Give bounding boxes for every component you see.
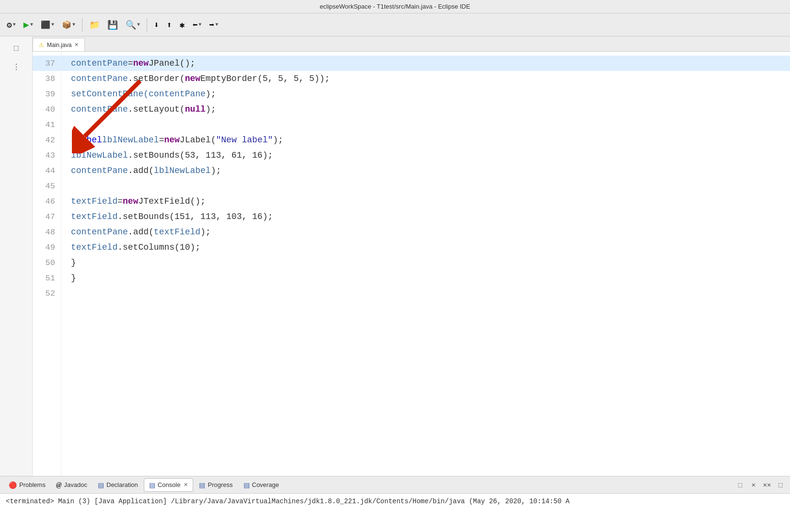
declaration-label: Declaration	[106, 481, 138, 488]
code-line-45	[61, 178, 790, 194]
package-dropdown-arrow: ▼	[72, 22, 75, 27]
problems-icon: 🔴	[9, 481, 17, 489]
progress-icon: ▤	[199, 481, 205, 489]
tab-bar: ⚠ Main.java ✕	[33, 36, 790, 52]
console-tab[interactable]: ▤ Console ✕	[144, 478, 194, 492]
title-bar: eclipseWorkSpace - T1test/src/Main.java …	[0, 0, 790, 13]
collapse-button[interactable]: ⬚	[9, 40, 24, 56]
run-button[interactable]: ▶ ▼	[21, 17, 36, 33]
javadoc-icon: @	[56, 481, 62, 489]
code-line-50: }	[61, 255, 790, 270]
package-icon: 📦	[62, 20, 71, 30]
panel-actions: ⬚ ✕ ✕✕ ⬚	[734, 479, 786, 491]
close-console-button[interactable]: ✕	[748, 479, 759, 491]
panel-tab-bar: 🔴 Problems @ Javadoc ▤ Declaration ▤ Con…	[0, 476, 790, 494]
line-number-40: 40	[33, 102, 61, 117]
console-label: Console	[158, 481, 181, 488]
open-icon: 📁	[89, 20, 100, 30]
main-area: ⬚ ⋮ ⚠ Main.java ✕	[0, 36, 790, 532]
open-button[interactable]: 📁	[86, 18, 103, 32]
toolbar: ⚙ ▼ ▶ ▼ ⬛ ▼ 📦 ▼ 📁 💾 🔍 ▼ ⬇ ⬆ ✱ ⬅ ▼ ➡ ▼	[0, 13, 790, 36]
pin-icon: ⬚	[778, 481, 782, 489]
save-icon: 💾	[107, 20, 118, 30]
declaration-tab[interactable]: ▤ Declaration	[93, 478, 143, 492]
nav-down-button[interactable]: ⬇	[151, 18, 162, 32]
line-number-41: 41	[33, 117, 61, 132]
debug-button[interactable]: ⬛ ▼	[38, 18, 57, 32]
javadoc-tab[interactable]: @ Javadoc	[51, 478, 92, 492]
console-close-x[interactable]: ✕	[184, 482, 188, 488]
problems-label: Problems	[19, 481, 46, 488]
console-output: <terminated> Main (3) [Java Application]…	[0, 494, 790, 532]
nav-down-icon: ⬇	[154, 20, 159, 30]
line-number-42: 42	[33, 132, 61, 148]
code-line-42: JLabel lblNewLabel = new JLabel("New lab…	[61, 132, 790, 148]
package-button[interactable]: 📦 ▼	[59, 18, 78, 32]
progress-tab[interactable]: ▤ Progress	[194, 478, 237, 492]
line-number-38: 38	[33, 71, 61, 86]
code-line-39: setContentPane(contentPane);	[61, 86, 790, 102]
line-number-47: 47	[33, 209, 61, 224]
nav-up-icon: ⬆	[167, 20, 172, 30]
coverage-tab[interactable]: ▤ Coverage	[239, 478, 284, 492]
nav-fwd-icon: ➡	[209, 20, 214, 30]
line-number-39: 39	[33, 86, 61, 102]
code-line-41	[61, 117, 790, 132]
separator-1	[82, 18, 82, 32]
nav-back-button[interactable]: ✱	[177, 18, 188, 32]
settings-button[interactable]: ⚙ ▼	[4, 18, 19, 32]
nav-prev-button[interactable]: ⬅ ▼	[190, 18, 205, 32]
run-icon: ▶	[23, 19, 29, 31]
nav-prev-dropdown: ▼	[198, 22, 201, 27]
console-icon: ▤	[149, 481, 155, 489]
line-number-45: 45	[33, 178, 61, 194]
line-numbers: 37383940414243444546474849505152	[33, 52, 61, 515]
line-number-46: 46	[33, 194, 61, 209]
menu-button[interactable]: ⋮	[9, 59, 24, 75]
settings-dropdown-arrow: ▼	[13, 22, 16, 27]
menu-icon: ⋮	[12, 62, 20, 72]
close-console-icon: ✕	[752, 481, 755, 489]
bottom-panel: 🔴 Problems @ Javadoc ▤ Declaration ▤ Con…	[0, 476, 790, 532]
problems-tab[interactable]: 🔴 Problems	[4, 478, 50, 492]
code-line-48: contentPane.add(textField);	[61, 224, 790, 240]
code-line-38: contentPane.setBorder(new EmptyBorder(5,…	[61, 71, 790, 86]
coverage-icon: ▤	[244, 481, 250, 489]
line-number-43: 43	[33, 148, 61, 163]
code-line-47: textField.setBounds(151, 113, 103, 16);	[61, 209, 790, 224]
editor-container: ⚠ Main.java ✕ 37383940414243444546474849…	[33, 36, 790, 532]
left-sidebar: ⬚ ⋮	[0, 36, 33, 532]
nav-fwd-button[interactable]: ➡ ▼	[206, 18, 221, 32]
nav-up-button[interactable]: ⬆	[164, 18, 175, 32]
debug-dropdown-arrow: ▼	[51, 22, 54, 27]
declaration-icon: ▤	[98, 481, 104, 489]
title-text: eclipseWorkSpace - T1test/src/Main.java …	[320, 3, 470, 10]
line-number-50: 50	[33, 255, 61, 270]
collapse-icon: ⬚	[14, 43, 19, 53]
nav-prev-icon: ⬅	[193, 20, 198, 30]
tab-close-button[interactable]: ✕	[74, 42, 79, 48]
tab-filename: Main.java	[47, 42, 71, 48]
search-dropdown-arrow: ▼	[137, 22, 140, 27]
settings-icon: ⚙	[7, 20, 12, 30]
nav-fwd-dropdown: ▼	[215, 22, 218, 27]
progress-label: Progress	[208, 481, 232, 488]
main-java-tab[interactable]: ⚠ Main.java ✕	[33, 38, 85, 51]
line-number-37: 37	[33, 56, 61, 71]
minimize-panel-icon: ⬚	[738, 481, 742, 489]
code-editor[interactable]: 37383940414243444546474849505152 content…	[33, 52, 790, 515]
javadoc-label: Javadoc	[64, 481, 87, 488]
pin-panel-button[interactable]: ⬚	[775, 479, 786, 491]
search-button[interactable]: 🔍 ▼	[123, 18, 143, 32]
line-number-44: 44	[33, 163, 61, 178]
code-line-44: contentPane.add(lblNewLabel);	[61, 163, 790, 178]
tab-warning-icon: ⚠	[39, 42, 44, 48]
save-button[interactable]: 💾	[105, 18, 121, 32]
minimize-panel-button[interactable]: ⬚	[734, 479, 746, 491]
code-content[interactable]: contentPane = new JPanel(); contentPane.…	[61, 52, 790, 515]
line-number-48: 48	[33, 224, 61, 240]
close-all-button[interactable]: ✕✕	[761, 479, 773, 491]
code-line-40: contentPane.setLayout(null);	[61, 102, 790, 117]
code-line-37: contentPane = new JPanel();	[61, 56, 790, 71]
code-line-46: textField = new JTextField();	[61, 194, 790, 209]
